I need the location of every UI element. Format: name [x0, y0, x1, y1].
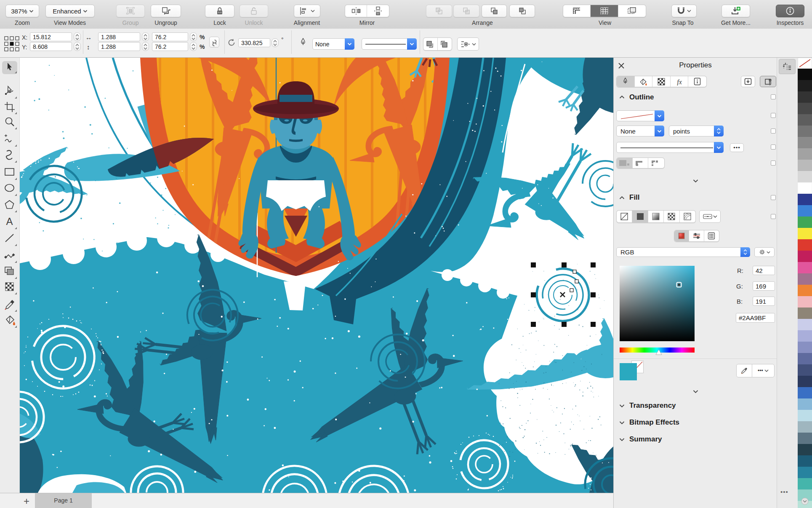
- svg-text:A: A: [6, 216, 13, 227]
- svg-text:fx: fx: [677, 78, 682, 86]
